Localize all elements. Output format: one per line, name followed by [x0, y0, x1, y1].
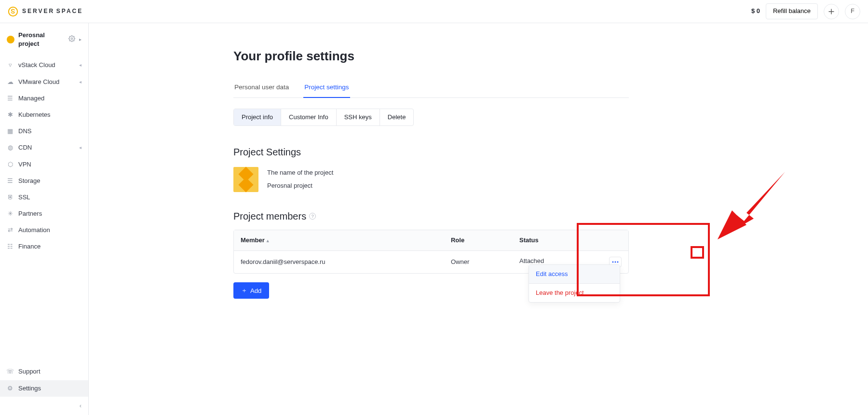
column-label: Role	[451, 236, 464, 244]
nav-label: VMware Cloud	[18, 78, 59, 86]
subtab-project-info[interactable]: Project info	[234, 109, 281, 125]
chevron-down-icon: ▿	[7, 62, 14, 69]
annotation-highlight-box-small	[691, 246, 704, 259]
table-header-row: Member▲ Role Status	[234, 230, 628, 251]
column-label: Status	[519, 236, 539, 244]
menu-item-leave-project[interactable]: Leave the project	[529, 284, 620, 302]
add-member-button[interactable]: ＋ Add	[233, 282, 269, 299]
project-avatar-icon	[233, 167, 258, 192]
nav-label: Kubernetes	[18, 111, 51, 119]
svg-marker-5	[718, 172, 785, 239]
sidebar-item-vpn[interactable]: ⬡VPN	[0, 156, 88, 173]
project-name-value: Perosnal project	[267, 180, 333, 192]
automation-icon: ⇄	[7, 227, 14, 234]
sidebar-item-finance[interactable]: ☷Finance	[0, 238, 88, 255]
sidebar-item-managed[interactable]: ☰Managed	[0, 90, 88, 107]
subtab-ssh-keys[interactable]: SSH keys	[337, 109, 380, 125]
gear-icon: ⚙	[7, 385, 14, 392]
sidebar: Perosnal project ▸ ▿vStack Cloud◂ ☁VMwar…	[0, 23, 89, 415]
sidebar-collapse-button[interactable]: ‹	[0, 397, 88, 415]
sidebar-item-automation[interactable]: ⇄Automation	[0, 222, 88, 238]
project-info-block: The name of the project Perosnal project	[233, 166, 629, 192]
column-member[interactable]: Member▲	[234, 230, 444, 251]
project-selector[interactable]: Perosnal project ▸	[0, 23, 88, 54]
tabs: Personal user data Project settings	[233, 78, 629, 98]
nav-list: ▿vStack Cloud◂ ☁VMware Cloud◂ ☰Managed ✱…	[0, 54, 88, 363]
chevron-right-icon: ▸	[79, 36, 81, 43]
sidebar-item-settings[interactable]: ⚙Settings	[0, 380, 88, 397]
project-name: Perosnal project	[18, 31, 65, 48]
plus-icon: ＋	[241, 286, 247, 295]
managed-icon: ☰	[7, 95, 14, 102]
page-title: Your profile settings	[233, 47, 629, 65]
project-settings-heading: Project Settings	[233, 145, 629, 159]
caret-icon: ◂	[79, 144, 81, 151]
finance-icon: ☷	[7, 244, 14, 250]
help-icon[interactable]: ?	[309, 213, 316, 220]
user-avatar-button[interactable]: F	[845, 4, 860, 19]
caret-icon: ◂	[79, 79, 81, 85]
annotation-arrow-icon	[718, 172, 785, 239]
chevron-left-icon: ‹	[80, 402, 81, 409]
nav-label: Managed	[18, 94, 44, 103]
sidebar-item-ssl[interactable]: ⛨SSL	[0, 189, 88, 206]
svg-point-3	[615, 262, 616, 263]
sidebar-item-partners[interactable]: ✳Partners	[0, 206, 88, 222]
headset-icon: ☏	[7, 369, 14, 375]
cell-role: Owner	[444, 251, 513, 273]
nav-label: vStack Cloud	[18, 61, 55, 69]
sidebar-item-storage[interactable]: ☰Storage	[0, 173, 88, 189]
kubernetes-icon: ✱	[7, 111, 14, 118]
svg-point-2	[612, 262, 614, 263]
column-status[interactable]: Status	[513, 230, 628, 251]
plus-icon	[828, 9, 834, 14]
column-label: Member	[241, 236, 265, 244]
sidebar-item-vmware-cloud[interactable]: ☁VMware Cloud◂	[0, 74, 88, 90]
balance-amount: $ 0	[751, 7, 760, 15]
project-members-heading: Project members	[233, 209, 306, 223]
dns-icon: ▦	[7, 128, 14, 135]
nav-label: VPN	[18, 160, 31, 169]
nav-label: Finance	[18, 242, 41, 251]
main-content: Your profile settings Personal user data…	[89, 23, 868, 415]
tab-personal-user-data[interactable]: Personal user data	[233, 78, 290, 98]
subtab-customer-info[interactable]: Customer Info	[281, 109, 337, 125]
add-button[interactable]	[824, 4, 839, 19]
svg-point-1	[71, 38, 73, 40]
svg-point-4	[617, 262, 619, 263]
storage-icon: ☰	[7, 178, 14, 184]
sort-asc-icon: ▲	[266, 238, 270, 243]
logo[interactable]: SERVER SPACE	[8, 6, 83, 17]
cell-member: fedorov.daniil@serverspace.ru	[234, 251, 444, 273]
sidebar-item-cdn[interactable]: ◍CDN◂	[0, 139, 88, 156]
nav-label: Support	[18, 367, 41, 376]
sidebar-item-support[interactable]: ☏Support	[0, 363, 88, 380]
sidebar-item-dns[interactable]: ▦DNS	[0, 123, 88, 139]
cdn-icon: ◍	[7, 144, 14, 151]
project-name-label: The name of the project	[267, 166, 333, 179]
add-label: Add	[250, 287, 261, 294]
nav-label: DNS	[18, 127, 31, 136]
avatar-initial: F	[851, 7, 854, 15]
nav-label: Settings	[18, 384, 41, 393]
svg-marker-6	[718, 210, 746, 239]
nav-label: Storage	[18, 177, 41, 185]
row-actions-menu: Edit access Leave the project	[529, 264, 620, 303]
top-bar: SERVER SPACE $ 0 Refill balance F	[0, 0, 868, 23]
tab-project-settings[interactable]: Project settings	[303, 78, 350, 98]
project-gear-icon[interactable]	[68, 35, 75, 44]
caret-icon: ◂	[79, 62, 81, 69]
column-role[interactable]: Role	[444, 230, 513, 251]
logo-text-main: SERVER	[22, 8, 54, 14]
subtabs: Project info Customer Info SSH keys Dele…	[233, 109, 414, 126]
menu-item-edit-access[interactable]: Edit access	[529, 265, 620, 284]
sidebar-item-vstack-cloud[interactable]: ▿vStack Cloud◂	[0, 57, 88, 73]
nav-label: Partners	[18, 209, 42, 218]
subtab-delete[interactable]: Delete	[380, 109, 414, 125]
nav-label: Automation	[18, 226, 50, 235]
nav-label: SSL	[18, 193, 30, 202]
shield-icon: ⛨	[7, 194, 14, 201]
sidebar-item-kubernetes[interactable]: ✱Kubernetes	[0, 107, 88, 123]
refill-balance-button[interactable]: Refill balance	[766, 3, 818, 19]
project-icon	[7, 36, 14, 43]
